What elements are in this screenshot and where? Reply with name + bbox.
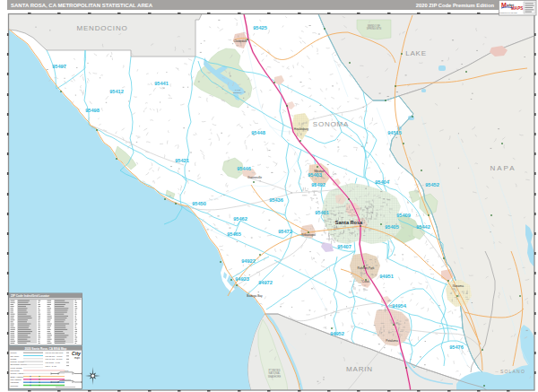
svg-text:95441: 95441 [154,81,169,86]
svg-text:95407: 95407 [337,244,351,249]
svg-text:Santa Rosa: Santa Rosa [335,220,363,225]
svg-text:County: County [11,352,18,353]
svg-text:Turnpike: Turnpike [11,385,20,387]
svg-text:94954: 94954 [392,303,406,309]
svg-text:Sebastopol: Sebastopol [301,233,316,237]
svg-text:SOLANO: SOLANO [500,369,525,374]
svg-text:MENDOCINO: MENDOCINO [77,24,128,32]
svg-text:95409: 95409 [396,213,411,218]
svg-text:95412: 95412 [109,89,124,94]
svg-text:MARIN: MARIN [346,365,373,373]
svg-text:94952: 94952 [330,331,344,336]
svg-text:Cotati: Cotati [362,280,370,283]
svg-text:95498: 95498 [85,108,100,113]
svg-text:MENDO NF: MENDO NF [368,24,380,28]
svg-text:Cloverdale: Cloverdale [233,39,247,43]
svg-text:City: City [72,351,82,356]
svg-text:Rohnert Park: Rohnert Park [358,266,375,270]
svg-text:Miles: Miles [65,370,69,371]
svg-text:95450: 95450 [192,201,206,206]
svg-text:Roads: Roads [11,358,17,360]
svg-text:MAPS: MAPS [511,6,523,11]
svg-text:Healdsburg: Healdsburg [294,127,309,131]
svg-text:95442: 95442 [416,224,430,230]
svg-text:Interstate: Interstate [11,381,20,383]
svg-text:US Highway: US Highway [11,379,22,380]
svg-text:94922: 94922 [241,258,256,264]
svg-text:95492: 95492 [311,182,325,187]
svg-text:SONOMA: SONOMA [233,91,243,94]
svg-text:95405: 95405 [385,224,399,230]
svg-text:95462: 95462 [233,216,247,222]
svg-text:Minor Roads: Minor Roads [11,367,23,369]
svg-text:SONOMA: SONOMA [313,120,349,128]
svg-text:Guerneville: Guerneville [247,176,262,179]
svg-text:94972: 94972 [258,280,273,285]
svg-text:maps: maps [74,357,81,360]
svg-text:Bodega Bay: Bodega Bay [247,294,263,298]
svg-text:Rail Road: Rail Road [11,370,21,371]
svg-text:SEASHORE: SEASHORE [268,375,282,379]
svg-text:95421: 95421 [175,158,189,163]
svg-text:95448: 95448 [251,130,265,135]
svg-text:94951: 94951 [379,274,394,279]
svg-text:State Highway: State Highway [11,376,25,378]
svg-text:2020 ZIP Code Premium Edition: 2020 ZIP Code Premium Edition [416,3,495,8]
svg-text:ZIP Code: ZIP Code [11,355,20,357]
svg-text:95425: 95425 [253,25,267,30]
svg-text:Windsor: Windsor [314,170,325,173]
svg-text:94923: 94923 [235,276,249,282]
svg-text:95497: 95497 [52,64,66,69]
svg-text:95436: 95436 [269,197,283,203]
svg-text:Primary Roads: Primary Roads [11,361,25,362]
svg-text:95452: 95452 [425,182,439,187]
svg-text:94515: 94515 [387,130,402,135]
svg-text:95476: 95476 [449,344,464,350]
svg-text:A Product of MAPS.com: A Product of MAPS.com [498,12,517,13]
svg-text:SANTA ROSA, CA METROPOLITAN ST: SANTA ROSA, CA METROPOLITAN STATISTICAL … [11,3,153,8]
svg-text:Kilometers: Kilometers [62,379,70,380]
svg-text:ZIP Code Index/Grid Locator: ZIP Code Index/Grid Locator [11,294,50,298]
svg-text:LAKE: LAKE [405,49,427,57]
svg-text:PT REYES: PT REYES [269,369,281,372]
svg-text:Sonoma: Sonoma [453,284,464,288]
svg-text:NAPA: NAPA [490,164,516,172]
svg-text:2020 Santa Rosa, CA MSA Map: 2020 Santa Rosa, CA MSA Map [24,347,66,351]
svg-text:NATIONAL: NATIONAL [269,371,281,375]
svg-text:95465: 95465 [227,231,241,237]
svg-text:Petaluma: Petaluma [386,339,398,343]
svg-text:SPRING MTN: SPRING MTN [367,27,381,30]
svg-text:95472: 95472 [278,229,292,234]
svg-text:95446: 95446 [237,166,251,171]
svg-text:95404: 95404 [375,179,389,185]
svg-text:95401: 95401 [315,210,329,215]
